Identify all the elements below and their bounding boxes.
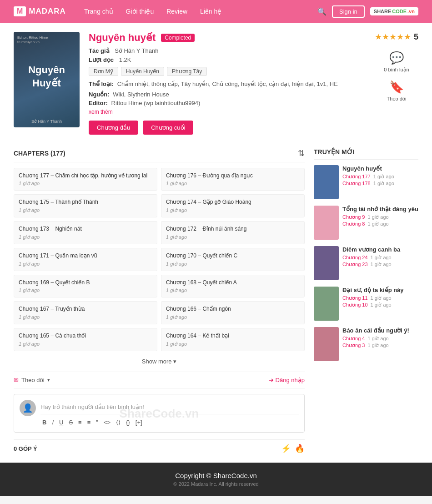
chapter-name: Chương 174 – Gặp gỡ Giáo Hoàng <box>166 198 300 206</box>
follow-btn[interactable]: ✉ Theo dõi ▾ <box>14 377 50 383</box>
toolbar-bold[interactable]: B <box>40 418 48 427</box>
nav-gioi-thieu[interactable]: Giới thiệu <box>126 8 154 15</box>
chapter-time: 1 giờ ago <box>367 221 388 227</box>
sidebar-cover[interactable] <box>314 327 339 361</box>
chapter-item[interactable]: Chương 169 – Quyết chiến B 1 giờ ago <box>14 275 157 298</box>
comment-placeholder[interactable]: Hãy trở thành người đầu tiên bình luận! <box>40 400 299 414</box>
chapter-item[interactable]: Chương 171 – Quần ma loạn vũ 1 giờ ago <box>14 248 157 271</box>
chapter-item[interactable]: Chương 173 – Nghiền nát 1 giờ ago <box>14 221 157 244</box>
hot-icon[interactable]: 🔥 <box>295 444 305 454</box>
chapter-link[interactable]: Chương 10 <box>342 302 368 308</box>
show-more-button[interactable]: Show more ▾ <box>142 358 176 365</box>
chapter-link[interactable]: Chương 9 <box>342 214 365 220</box>
chapter-item[interactable]: Chương 167 – Truyền thừa 1 giờ ago <box>14 301 157 324</box>
dropdown-icon: ▾ <box>47 377 50 383</box>
chapter-time: 1 giờ ago <box>367 343 388 348</box>
toolbar-italic[interactable]: I <box>50 418 55 427</box>
comment-sort-icons: ⚡ 🔥 <box>281 444 305 454</box>
tag-2[interactable]: Phương Tây <box>167 67 207 76</box>
toolbar-ul[interactable]: ≡ <box>85 418 93 427</box>
sidebar-cover[interactable] <box>314 246 339 280</box>
toolbar-quote[interactable]: " <box>94 418 100 427</box>
chapter-item[interactable]: Chương 165 – Cà chua thối 1 giờ ago <box>14 328 157 351</box>
chapter-name: Chương 165 – Cà chua thối <box>19 332 152 340</box>
nav-lien-he[interactable]: Liên hệ <box>200 8 221 15</box>
follow-action[interactable]: 🔖 Theo dõi <box>387 80 407 101</box>
chapter-name: Chương 170 – Quyết chiến C <box>166 252 300 260</box>
toolbar-plus[interactable]: [+] <box>134 418 144 427</box>
sidebar-cover[interactable] <box>314 287 339 321</box>
source-row: Nguồn: Wiki, Slytherin House <box>89 91 366 98</box>
chapter-item[interactable]: Chương 177 – Chăm chỉ học tập, hướng về … <box>14 168 157 191</box>
toolbar-code[interactable]: <> <box>102 418 112 427</box>
chapter-item[interactable]: Chương 170 – Quyết chiến C 1 giờ ago <box>161 248 305 271</box>
toolbar-braces[interactable]: {} <box>124 418 132 427</box>
chapter-item[interactable]: Chương 174 – Gặp gỡ Giáo Hoàng 1 giờ ago <box>161 194 305 217</box>
chapter-link[interactable]: Chương 178 <box>342 181 371 186</box>
show-more-link[interactable]: xem thêm <box>89 109 113 115</box>
toolbar-ol[interactable]: ≡ <box>76 418 84 427</box>
chapter-name: Chương 169 – Quyết chiến B <box>19 279 152 287</box>
sidebar-chapter-row: Chương 177 1 giờ ago <box>342 174 418 180</box>
chapter-time: 1 giờ ago <box>371 255 392 261</box>
login-arrow-icon: ➜ <box>269 377 274 383</box>
book-actions: ★★★★★ 5 💬 0 bình luận 🔖 Theo dõi <box>375 32 418 101</box>
logo-text: MADARA <box>29 7 66 16</box>
sign-in-button[interactable]: Sign in <box>332 5 365 18</box>
toolbar-underline[interactable]: U <box>57 418 65 427</box>
nav-trang-chu[interactable]: Trang chủ <box>84 8 113 15</box>
chapter-item[interactable]: Chương 168 – Quyết chiến A 1 giờ ago <box>161 275 305 298</box>
cover-title-line2: Huyết <box>32 77 61 90</box>
sidebar-book-info: Nguyên huyết Chương 177 1 giờ ago Chương… <box>342 165 418 199</box>
search-button[interactable]: 🔍 <box>317 7 327 16</box>
sidebar-book: Báo ân cái đầu người ý! Chương 4 1 giờ a… <box>314 327 418 361</box>
first-chapter-button[interactable]: Chương đầu <box>89 121 138 135</box>
chapter-item[interactable]: Chương 172 – Đỉnh núi ánh sáng 1 giờ ago <box>161 221 305 244</box>
footer: Copyright © ShareCode.vn © 2022 Madara I… <box>0 463 432 496</box>
sort-icon[interactable]: ⇅ <box>298 148 305 158</box>
toolbar-strike[interactable]: S <box>67 418 75 427</box>
chapter-link[interactable]: Chương 23 <box>342 262 368 267</box>
comment-box: 👤 Hãy trở thành người đầu tiên bình luận… <box>14 394 305 433</box>
last-chapter-button[interactable]: Chương cuối <box>143 121 193 135</box>
chapter-item[interactable]: Chương 166 – Chẩm ngôn 1 giờ ago <box>161 301 305 324</box>
sidebar-book: Diêm vương canh ba Chương 24 1 giờ ago C… <box>314 246 418 280</box>
sidebar-cover[interactable] <box>314 165 339 199</box>
sidebar-chapter-row: Chương 23 1 giờ ago <box>342 262 418 267</box>
chapter-link[interactable]: Chương 24 <box>342 255 368 261</box>
chapter-time: 1 giờ ago <box>19 181 152 186</box>
comments-action[interactable]: 💬 0 bình luận <box>384 51 409 73</box>
toolbar-link[interactable]: ⟨⟩ <box>114 418 122 427</box>
editor-value: Rittou Hime (wp lainhtiouthu9994) <box>111 100 201 106</box>
nav-review[interactable]: Review <box>166 8 187 15</box>
chapter-time: 1 giờ ago <box>371 262 392 267</box>
chapter-link[interactable]: Chương 11 <box>342 295 368 301</box>
sidebar-chapter-row: Chương 9 1 giờ ago <box>342 214 418 220</box>
tag-0[interactable]: Đơn Mỹ <box>89 67 118 76</box>
chapter-item[interactable]: Chương 175 – Thành phố Thánh 1 giờ ago <box>14 194 157 217</box>
chapter-link[interactable]: Chương 8 <box>342 221 365 227</box>
chapter-time: 1 giờ ago <box>371 295 392 301</box>
sidebar-cover[interactable] <box>314 206 339 240</box>
chapter-link[interactable]: Chương 177 <box>342 174 371 180</box>
chapter-time: 1 giờ ago <box>367 214 388 220</box>
comment-icon: 💬 <box>389 51 404 65</box>
sidebar-books-list: Nguyên huyết Chương 177 1 giờ ago Chương… <box>314 165 418 361</box>
tag-1[interactable]: Huyền Huyền <box>121 67 164 76</box>
chapter-link[interactable]: Chương 3 <box>342 343 365 348</box>
editor-row: Editor: Rittou Hime (wp lainhtiouthu9994… <box>89 100 366 106</box>
chapter-name: Chương 176 – Đường qua địa ngục <box>166 172 300 180</box>
chapter-time: 1 giờ ago <box>166 261 300 267</box>
chapter-item[interactable]: Chương 176 – Đường qua địa ngục 1 giờ ag… <box>161 168 305 191</box>
book-title-row: Nguyên huyết Completed <box>89 32 366 44</box>
logo[interactable]: M MADARA <box>14 6 66 16</box>
chapter-item[interactable]: Chương 164 – Kẻ thất bại 1 giờ ago <box>161 328 305 351</box>
header: M MADARA Trang chủ Giới thiệu Review Liê… <box>0 0 432 23</box>
chapter-link[interactable]: Chương 4 <box>342 336 365 342</box>
views-label: Lượt đọc <box>89 56 114 63</box>
fire-icon[interactable]: ⚡ <box>281 444 291 454</box>
login-link[interactable]: ➜ Đăng nhập <box>269 377 305 383</box>
chapter-time: 1 giờ ago <box>166 181 300 186</box>
sharecode-dot: .vn <box>407 9 415 14</box>
footer-copyright: Copyright © ShareCode.vn <box>9 472 423 479</box>
